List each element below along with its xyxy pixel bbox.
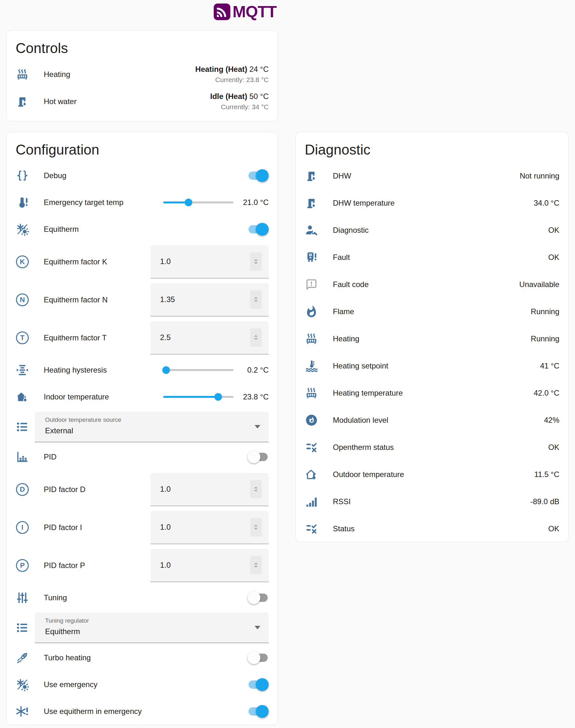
config-row-equitherm-factor-t: T Equitherm factor T 2.5 <box>15 319 269 357</box>
chart-icon <box>15 450 29 464</box>
diag-row-heating-setpoint[interactable]: Heating setpoint 41 °C <box>305 352 560 379</box>
list-bulleted-icon <box>15 420 29 434</box>
diag-label: Opentherm status <box>333 443 548 452</box>
pid-factor-d-input[interactable]: 1.0 <box>150 473 269 506</box>
diag-row-dhw[interactable]: DHW Not running <box>305 162 560 189</box>
use-equitherm-in-emergency-toggle[interactable] <box>247 705 269 718</box>
diag-value: OK <box>548 226 560 235</box>
row-label: Equitherm <box>44 225 247 234</box>
dropdown-arrow-icon <box>255 425 260 429</box>
pid-factor-i-input[interactable]: 1.0 <box>150 511 269 544</box>
diag-value: OK <box>548 443 560 452</box>
diag-row-fault-code[interactable]: Fault code Unavailable <box>305 271 560 298</box>
control-state-block: Idle (Heat) 50 °C Currently: 34 °C <box>210 92 269 111</box>
config-row-debug: Debug <box>15 162 269 189</box>
control-row-heating[interactable]: Heating Heating (Heat) 24 °C Currently: … <box>15 61 269 88</box>
stepper-arrows[interactable] <box>250 252 262 271</box>
climate-state: Heating (Heat) 24 °C <box>195 65 269 74</box>
diag-row-flame[interactable]: Flame Running <box>305 298 560 325</box>
diag-row-heating-temperature[interactable]: Heating temperature 42.0 °C <box>305 379 560 406</box>
equitherm-factor-n-input[interactable]: 1.35 <box>150 283 269 317</box>
select-value: External <box>45 426 249 435</box>
config-row-equitherm-factor-n: N Equitherm factor N 1.35 <box>15 281 269 319</box>
list-status-icon <box>305 522 318 536</box>
config-row-tuning: Tuning <box>15 584 269 611</box>
config-row-use-emergency: Use emergency <box>15 671 269 698</box>
diag-value: Unavailable <box>519 280 560 289</box>
row-label: Equitherm factor K <box>44 257 150 266</box>
slider-thumb[interactable] <box>184 198 192 206</box>
alpha-p-circle-icon: P <box>15 559 29 572</box>
diag-value: 42% <box>544 416 560 425</box>
indoor-temperature-slider[interactable] <box>163 391 234 403</box>
diag-row-rssi[interactable]: RSSI -89.0 dB <box>305 488 560 515</box>
stepper-arrows[interactable] <box>250 518 262 537</box>
outdoor-temperature-source-select[interactable]: Outdoor temperature source External <box>35 411 269 442</box>
diag-label: Heating temperature <box>333 389 534 398</box>
config-row-pid: PID <box>15 443 269 470</box>
diag-row-opentherm-status[interactable]: Opentherm status OK <box>305 434 560 461</box>
diag-row-modulation-level[interactable]: Modulation level 42% <box>305 406 560 434</box>
stepper-arrows[interactable] <box>250 480 262 499</box>
control-label: Heating <box>44 70 195 79</box>
radiator-icon <box>305 386 318 400</box>
tuning-regulator-select[interactable]: Tuning regulator Equitherm <box>35 612 269 643</box>
control-row-hot-water[interactable]: Hot water Idle (Heat) 50 °C Currently: 3… <box>15 88 269 115</box>
diagnostic-card: Diagnostic DHW Not running DHW temperatu… <box>296 132 569 542</box>
diag-label: Heating <box>333 334 531 343</box>
diag-row-heating[interactable]: Heating Running <box>305 325 560 352</box>
row-label: Emergency target temp <box>44 198 163 207</box>
slider-thumb[interactable] <box>214 393 222 401</box>
stepper-arrows[interactable] <box>250 290 262 309</box>
heating-hysteresis-slider[interactable] <box>163 364 234 376</box>
turbo-heating-toggle[interactable] <box>247 651 269 664</box>
mqtt-logo-text: MQTT <box>233 3 277 21</box>
stepper-arrows[interactable] <box>250 328 262 347</box>
alpha-k-circle-icon: K <box>15 255 29 268</box>
equitherm-factor-k-input[interactable]: 1.0 <box>150 245 269 279</box>
stepper-arrows[interactable] <box>250 556 262 574</box>
config-row-use-equitherm-in-emergency: Use equitherm in emergency <box>15 698 269 725</box>
tuning-toggle[interactable] <box>247 591 269 604</box>
debug-toggle[interactable] <box>247 169 269 182</box>
config-row-equitherm: Equitherm <box>15 216 269 243</box>
alpha-d-circle-icon: D <box>15 483 29 496</box>
diag-label: Fault <box>333 253 548 262</box>
config-row-pid-factor-p: P PID factor P 1.0 <box>15 546 269 584</box>
equitherm-toggle[interactable] <box>247 223 269 235</box>
diag-value: 34.0 °C <box>534 198 560 208</box>
diag-value: Not running <box>520 172 560 180</box>
diag-row-outdoor-temperature[interactable]: Outdoor temperature 11.5 °C <box>305 461 560 488</box>
select-floating-label: Tuning regulator <box>45 617 249 624</box>
row-label: Heating hysteresis <box>44 366 163 374</box>
controls-card: Controls Heating Heating (Heat) 24 °C Cu… <box>6 30 278 121</box>
diag-label: Fault code <box>333 280 519 289</box>
list-bulleted-icon <box>15 621 29 634</box>
equitherm-factor-t-input[interactable]: 2.5 <box>150 321 269 355</box>
diag-row-diagnostic[interactable]: Diagnostic OK <box>305 217 560 244</box>
pid-toggle[interactable] <box>247 450 269 463</box>
diag-label: Diagnostic <box>333 226 548 235</box>
slider-thumb[interactable] <box>162 366 170 374</box>
diag-row-status[interactable]: Status OK <box>305 515 560 542</box>
alpha-i-circle-icon: I <box>15 521 29 534</box>
use-emergency-toggle[interactable] <box>247 678 269 691</box>
row-label: PID factor D <box>44 485 150 494</box>
message-alert-icon <box>305 278 318 291</box>
diag-row-fault[interactable]: Fault OK <box>305 244 560 271</box>
list-status-icon <box>305 441 318 454</box>
row-label: Use equitherm in emergency <box>44 707 247 716</box>
select-value: Equitherm <box>45 627 249 636</box>
config-row-heating-hysteresis: Heating hysteresis 0.2 °C <box>15 357 269 384</box>
diag-value: 42.0 °C <box>534 389 560 398</box>
water-pump-icon <box>15 95 29 108</box>
config-row-pid-factor-i: I PID factor I 1.0 <box>15 508 269 546</box>
config-row-pid-factor-d: D PID factor D 1.0 <box>15 470 269 508</box>
diag-row-dhw-temperature[interactable]: DHW temperature 34.0 °C <box>305 189 560 217</box>
sun-snowflake-icon <box>15 678 29 691</box>
mqtt-wifi-icon <box>213 3 231 21</box>
emergency-target-temp-slider[interactable] <box>163 196 234 209</box>
row-label: PID <box>44 452 247 461</box>
diag-value: OK <box>548 524 560 533</box>
pid-factor-p-input[interactable]: 1.0 <box>150 549 269 582</box>
